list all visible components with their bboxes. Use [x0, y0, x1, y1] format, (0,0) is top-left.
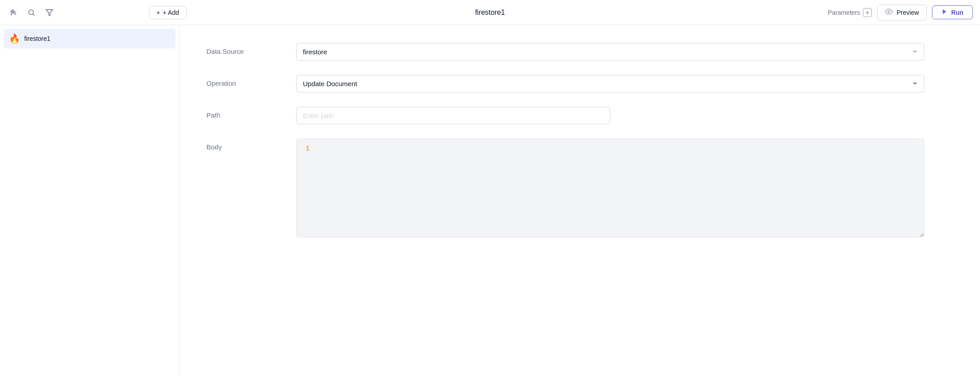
main-layout: 🔥 firestore1 Data Source firestore postg…	[0, 25, 980, 376]
svg-line-4	[33, 14, 34, 15]
form-section: Data Source firestore postgres mysql mon…	[206, 43, 924, 239]
firestore-icon: 🔥	[9, 33, 20, 44]
parameters-plus-icon: +	[863, 8, 872, 17]
add-plus-icon: +	[157, 9, 160, 16]
svg-marker-7	[943, 9, 946, 14]
run-label: Run	[951, 9, 963, 16]
svg-marker-5	[46, 9, 53, 16]
code-editor-wrapper: 1	[296, 139, 924, 239]
sidebar-item-label: firestore1	[24, 35, 50, 42]
add-button[interactable]: + + Add	[149, 6, 187, 19]
toolbar-center: firestore1	[192, 9, 788, 17]
data-source-select[interactable]: firestore postgres mysql mongodb	[296, 43, 924, 61]
search-icon[interactable]	[25, 6, 38, 19]
body-editor[interactable]	[296, 139, 924, 237]
path-row: Path	[206, 107, 924, 124]
unpin-icon[interactable]	[7, 6, 20, 19]
path-input[interactable]	[296, 107, 610, 124]
body-row: Body 1	[206, 139, 924, 239]
operation-label: Operation	[206, 75, 278, 87]
data-source-select-wrapper: firestore postgres mysql mongodb	[296, 43, 924, 61]
operation-control: Update Document Get Document Create Docu…	[296, 75, 924, 92]
toolbar-title: firestore1	[475, 9, 505, 17]
data-source-row: Data Source firestore postgres mysql mon…	[206, 43, 924, 61]
sidebar: 🔥 firestore1	[0, 25, 179, 376]
svg-line-1	[14, 11, 17, 13]
filter-icon[interactable]	[43, 6, 56, 19]
svg-point-6	[888, 10, 890, 13]
toolbar: + + Add firestore1 Parameters + Preview	[0, 0, 980, 25]
toolbar-right: Parameters + Preview Run	[793, 4, 973, 21]
parameters-button[interactable]: Parameters +	[828, 8, 872, 17]
parameters-label: Parameters	[828, 9, 860, 16]
svg-line-2	[11, 13, 12, 15]
data-source-label: Data Source	[206, 43, 278, 55]
path-control	[296, 107, 924, 124]
preview-button[interactable]: Preview	[877, 4, 927, 21]
body-label: Body	[206, 139, 278, 151]
body-control: 1	[296, 139, 924, 239]
content-area: Data Source firestore postgres mysql mon…	[179, 25, 980, 376]
operation-select-wrapper: Update Document Get Document Create Docu…	[296, 75, 924, 92]
play-icon	[941, 9, 948, 16]
run-button[interactable]: Run	[932, 5, 973, 19]
add-label: + Add	[163, 9, 179, 16]
toolbar-left: + + Add	[7, 6, 187, 19]
sidebar-item-firestore1[interactable]: 🔥 firestore1	[4, 29, 175, 48]
eye-icon	[885, 8, 893, 17]
svg-point-3	[29, 10, 34, 15]
path-label: Path	[206, 107, 278, 119]
operation-select[interactable]: Update Document Get Document Create Docu…	[296, 75, 924, 92]
data-source-control: firestore postgres mysql mongodb	[296, 43, 924, 61]
preview-label: Preview	[897, 9, 919, 16]
operation-row: Operation Update Document Get Document C…	[206, 75, 924, 92]
